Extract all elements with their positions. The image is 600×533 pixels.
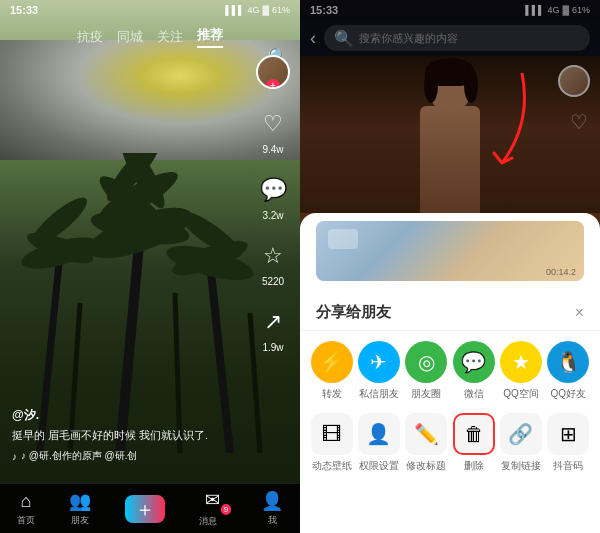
- comment-icon: 💬: [256, 173, 290, 207]
- edit-title-icon: ✏️: [405, 413, 447, 455]
- friends-icon: 👥: [69, 490, 91, 512]
- status-bar: 15:33 ▌▌▌ 4G ▓ 61%: [0, 0, 300, 20]
- copy-link-icon: 🔗: [500, 413, 542, 455]
- home-icon: ⌂: [21, 491, 32, 512]
- nav-profile[interactable]: 👤 我: [261, 490, 283, 527]
- copy-link-label: 复制链接: [501, 459, 541, 473]
- moments-icon: ◎: [405, 341, 447, 383]
- star-icon: ☆: [256, 239, 290, 273]
- nav-messages-label: 消息9: [199, 513, 227, 528]
- private-msg-icon: ✈: [358, 341, 400, 383]
- bottom-nav: ⌂ 首页 👥 朋友 ＋ ✉ 消息9 👤 我: [0, 483, 300, 533]
- user-tag: @汐.: [12, 407, 240, 424]
- modal-overlay[interactable]: [300, 0, 600, 213]
- permissions-label: 权限设置: [359, 459, 399, 473]
- music-note-icon: ♪: [12, 451, 17, 462]
- douyin-code-icon: ⊞: [547, 413, 589, 455]
- option-copy-link[interactable]: 🔗 复制链接: [497, 413, 544, 473]
- wechat-icon: 💬: [453, 341, 495, 383]
- comment-count: 3.2w: [262, 210, 283, 221]
- wechat-label: 微信: [464, 387, 484, 401]
- repost-label: 转发: [322, 387, 342, 401]
- nav-tabs: 抗疫 同城 关注 推荐 🔍: [0, 22, 300, 52]
- nav-home[interactable]: ⌂ 首页: [17, 491, 35, 527]
- repost-icon: ⚡: [311, 341, 353, 383]
- right-panel: 15:33 ▌▌▌ 4G ▓ 61% ‹ 🔍 搜索你感兴趣的内容 ♡ 00:14…: [300, 0, 600, 533]
- share-qq[interactable]: 🐧 QQ好友: [547, 341, 589, 401]
- moments-label: 朋友圈: [411, 387, 441, 401]
- nav-home-label: 首页: [17, 514, 35, 527]
- nav-friends[interactable]: 👥 朋友: [69, 490, 91, 527]
- option-wallpaper[interactable]: 🎞 动态壁纸: [308, 413, 355, 473]
- favorite-count: 5220: [262, 276, 284, 287]
- video-info-overlay: @汐. 挺早的 眉毛画不好的时候 我们就认识了. ♪ ♪ @研.创作的原声 @研…: [12, 407, 240, 463]
- like-count: 9.4w: [262, 144, 283, 155]
- share-title: 分享给朋友: [316, 303, 391, 322]
- sky-area: [0, 40, 300, 160]
- like-action[interactable]: ♡ 9.4w: [256, 107, 290, 155]
- action-bar: ♡ 9.4w 💬 3.2w ☆ 5220 ↗ 1.9w: [256, 55, 290, 353]
- permissions-icon: 👤: [358, 413, 400, 455]
- favorite-action[interactable]: ☆ 5220: [256, 239, 290, 287]
- option-permissions[interactable]: 👤 权限设置: [355, 413, 402, 473]
- music-info: ♪ ♪ @研.创作的原声 @研.创: [12, 449, 240, 463]
- tab-tuijian[interactable]: 推荐: [197, 26, 223, 48]
- network-label: 4G: [247, 5, 259, 15]
- left-panel: 15:33 ▌▌▌ 4G ▓ 61% 抗疫 同城 关注 推荐 🔍 ♡ 9.4w …: [0, 0, 300, 533]
- time-display: 15:33: [10, 4, 38, 16]
- message-badge: 9: [221, 504, 231, 515]
- private-label: 私信朋友: [359, 387, 399, 401]
- share-qqzone[interactable]: ★ QQ空间: [500, 341, 542, 401]
- music-text: ♪ @研.创作的原声 @研.创: [21, 449, 137, 463]
- nav-profile-label: 我: [268, 514, 277, 527]
- video-description: 挺早的 眉毛画不好的时候 我们就认识了.: [12, 428, 240, 443]
- battery-icon: ▓: [262, 5, 269, 15]
- nav-add[interactable]: ＋: [125, 495, 165, 523]
- comment-action[interactable]: 💬 3.2w: [256, 173, 290, 221]
- nav-friends-label: 朋友: [71, 514, 89, 527]
- qqzone-icon: ★: [500, 341, 542, 383]
- thumb-timestamp: 00:14.2: [546, 267, 576, 277]
- share-action[interactable]: ↗ 1.9w: [256, 305, 290, 353]
- qqzone-label: QQ空间: [503, 387, 539, 401]
- share-count: 1.9w: [262, 342, 283, 353]
- author-avatar-item[interactable]: [256, 55, 290, 89]
- edit-title-label: 修改标题: [406, 459, 446, 473]
- status-icons: ▌▌▌ 4G ▓ 61%: [225, 5, 290, 15]
- tab-guanzhu[interactable]: 关注: [157, 28, 183, 46]
- option-delete[interactable]: 🗑 删除: [450, 413, 497, 473]
- share-header: 分享给朋友 ×: [300, 289, 600, 331]
- close-modal-button[interactable]: ×: [575, 304, 584, 322]
- share-icons-row1: ⚡ 转发 ✈ 私信朋友 ◎ 朋友圈 💬 微信 ★ QQ空间 🐧 QQ好友: [300, 331, 600, 411]
- battery-label: 61%: [272, 5, 290, 15]
- wallpaper-icon: 🎞: [311, 413, 353, 455]
- douyin-code-label: 抖音码: [553, 459, 583, 473]
- wallpaper-label: 动态壁纸: [312, 459, 352, 473]
- qq-icon: 🐧: [547, 341, 589, 383]
- qq-label: QQ好友: [551, 387, 587, 401]
- share-wechat[interactable]: 💬 微信: [453, 341, 495, 401]
- tab-tongcheng[interactable]: 同城: [117, 28, 143, 46]
- share-moments[interactable]: ◎ 朋友圈: [405, 341, 447, 401]
- share-modal: 00:14.2 分享给朋友 × ⚡ 转发 ✈ 私信朋友 ◎ 朋友圈 💬 微信: [300, 213, 600, 533]
- tab-kangyi[interactable]: 抗疫: [77, 28, 103, 46]
- share-repost[interactable]: ⚡ 转发: [311, 341, 353, 401]
- share-icon: ↗: [256, 305, 290, 339]
- delete-icon: 🗑: [453, 413, 495, 455]
- author-avatar: [256, 55, 290, 89]
- option-douyin-code[interactable]: ⊞ 抖音码: [545, 413, 592, 473]
- nav-messages[interactable]: ✉ 消息9: [199, 489, 227, 528]
- share-private[interactable]: ✈ 私信朋友: [358, 341, 400, 401]
- delete-label: 删除: [464, 459, 484, 473]
- message-icon: ✉: [205, 489, 220, 511]
- share-icons-row2: 🎞 动态壁纸 👤 权限设置 ✏️ 修改标题 🗑 删除 🔗 复制链接 ⊞ 抖音: [300, 411, 600, 481]
- profile-icon: 👤: [261, 490, 283, 512]
- option-edit-title[interactable]: ✏️ 修改标题: [403, 413, 450, 473]
- add-button[interactable]: ＋: [125, 495, 165, 523]
- signal-icon: ▌▌▌: [225, 5, 244, 15]
- share-thumbnail: 00:14.2: [316, 221, 584, 281]
- heart-icon: ♡: [256, 107, 290, 141]
